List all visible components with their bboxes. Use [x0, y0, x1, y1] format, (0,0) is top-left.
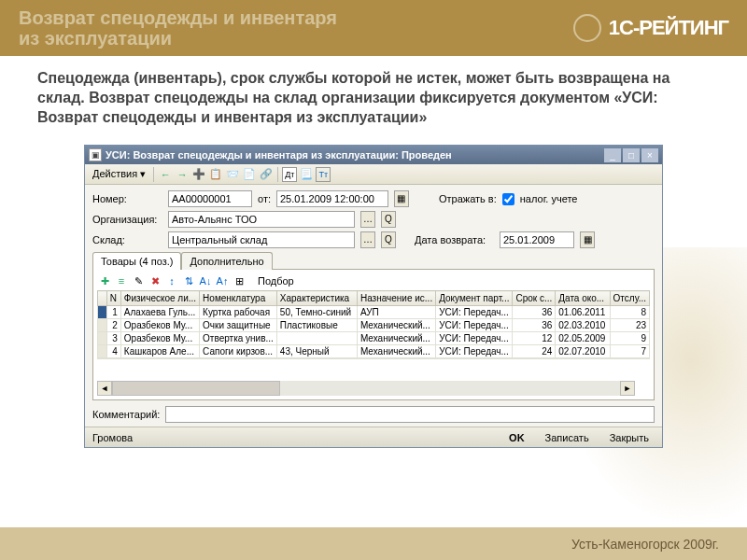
post-icon[interactable]: 📨 [225, 167, 240, 182]
window-close-icon[interactable]: × [641, 148, 658, 162]
sort-asc-icon[interactable]: A↓ [198, 273, 213, 288]
row-down-icon[interactable]: ⇅ [181, 273, 196, 288]
org-search-icon[interactable]: Q [381, 211, 396, 228]
warehouse-search-icon[interactable]: Q [381, 231, 396, 248]
copy-icon[interactable]: 📋 [208, 167, 223, 182]
footer-text: Усть-Каменогорск 2009г. [571, 537, 719, 552]
add-icon[interactable]: ➕ [191, 167, 206, 182]
org-select-icon[interactable]: … [360, 211, 375, 228]
date-label: от: [258, 193, 271, 204]
return-date-label: Дата возврата: [415, 234, 494, 245]
table-header[interactable]: Характеристика [276, 291, 357, 306]
warehouse-label: Склад: [92, 234, 162, 245]
window-titlebar: ▣ УСИ: Возврат спецодежды и инвентаря из… [85, 146, 662, 164]
scroll-thumb[interactable] [112, 381, 280, 396]
slide-title-line2: из эксплуатации [19, 28, 573, 49]
slide-description: Спецодежда (инвентарь), срок службы кото… [0, 56, 747, 140]
return-calendar-icon[interactable]: ▦ [580, 231, 595, 248]
close-button[interactable]: Закрыть [604, 430, 655, 445]
scroll-left-icon[interactable]: ◄ [97, 381, 112, 396]
table-row[interactable]: 4Кашкаров Але...Сапоги кирзов...43, Черн… [98, 345, 650, 358]
app-window: ▣ УСИ: Возврат спецодежды и инвентаря из… [84, 145, 663, 448]
number-label: Номер: [92, 193, 162, 204]
status-user: Громова [92, 432, 494, 443]
row-add-icon[interactable]: ✚ [97, 273, 112, 288]
date-input[interactable]: 25.01.2009 12:00:00 [276, 190, 388, 207]
row-delete-icon[interactable]: ✖ [148, 273, 162, 288]
comment-row: Комментарий: [85, 402, 662, 427]
tab-goods[interactable]: Товары (4 поз.) [92, 252, 181, 270]
actions-menu[interactable]: Действия ▾ [89, 166, 149, 182]
reflect-label: Отражать в: [439, 193, 497, 204]
row-marker[interactable] [98, 319, 107, 332]
org-label: Организация: [92, 214, 162, 225]
table-header[interactable]: Документ парт... [436, 291, 513, 306]
fill-icon[interactable]: ⊞ [232, 273, 247, 288]
table-row[interactable]: 3Оразбеков Му...Отвертка унив...Механиче… [98, 332, 650, 345]
logo-icon [573, 14, 601, 42]
logo: 1С-РЕЙТИНГ [573, 14, 728, 42]
window-title: УСИ: Возврат спецодежды и инвентаря из э… [106, 149, 604, 161]
print-icon[interactable]: 📃 [299, 167, 314, 182]
table-scroll-area: ◄ ► [97, 358, 650, 396]
tab-content: ✚ ≡ ✎ ✖ ↕ ⇅ A↓ A↑ ⊞ Подбор NФизическое л… [92, 269, 655, 400]
ok-button[interactable]: OK [503, 430, 530, 445]
table-header[interactable]: Отслу... [610, 291, 649, 306]
table-toolbar: ✚ ≡ ✎ ✖ ↕ ⇅ A↓ A↑ ⊞ Подбор [97, 273, 650, 288]
row-marker[interactable] [98, 345, 107, 358]
settings-icon[interactable]: Тт [316, 167, 331, 182]
nav-forward-icon[interactable]: → [175, 167, 190, 182]
link-icon[interactable]: 🔗 [259, 167, 274, 182]
slide-title-line1: Возврат спецодежды и инвентаря [19, 7, 573, 28]
slide-footer: Усть-Каменогорск 2009г. [0, 527, 747, 560]
reflect-checkbox-label: налог. учете [520, 193, 578, 204]
selection-button[interactable]: Подбор [254, 273, 298, 288]
window-maximize-icon[interactable]: □ [623, 148, 640, 162]
table-header[interactable]: N [106, 291, 120, 306]
report-icon[interactable]: Дт [282, 167, 297, 182]
comment-label: Комментарий: [92, 409, 160, 420]
row-marker[interactable] [98, 306, 107, 319]
nav-back-icon[interactable]: ← [158, 167, 173, 182]
slide-banner: Возврат спецодежды и инвентаря из эксплу… [0, 0, 747, 56]
statusbar: Громова OK Записать Закрыть [85, 427, 662, 447]
save-button[interactable]: Записать [540, 430, 595, 445]
document-icon[interactable]: 📄 [242, 167, 257, 182]
sort-desc-icon[interactable]: A↑ [215, 273, 230, 288]
window-minimize-icon[interactable]: _ [604, 148, 621, 162]
row-edit-icon[interactable]: ✎ [131, 273, 146, 288]
horizontal-scrollbar[interactable]: ◄ ► [97, 381, 635, 396]
table-row[interactable]: 2Оразбеков Му...Очки защитныеПластиковые… [98, 319, 650, 332]
org-input[interactable]: Авто-Альянс ТОО [168, 211, 355, 228]
table-header[interactable]: Срок с... [513, 291, 556, 306]
window-icon: ▣ [89, 148, 102, 161]
row-up-icon[interactable]: ↕ [164, 273, 179, 288]
warehouse-select-icon[interactable]: … [360, 231, 375, 248]
row-insert-icon[interactable]: ≡ [114, 273, 129, 288]
comment-input[interactable] [165, 406, 655, 423]
return-date-input[interactable]: 25.01.2009 [500, 231, 574, 248]
number-input[interactable]: АА00000001 [168, 190, 252, 207]
reflect-tax-checkbox[interactable] [502, 193, 514, 205]
table-header[interactable]: Назначение ис... [357, 291, 435, 306]
logo-text: 1С-РЕЙТИНГ [609, 17, 728, 39]
row-marker[interactable] [98, 332, 107, 345]
form-header: Номер: АА00000001 от: 25.01.2009 12:00:0… [85, 185, 662, 402]
table-header[interactable]: Физическое ли... [120, 291, 199, 306]
calendar-icon[interactable]: ▦ [394, 190, 409, 207]
tab-additional[interactable]: Дополнительно [181, 252, 272, 270]
goods-table: NФизическое ли...НоменклатураХарактерист… [97, 290, 650, 358]
toolbar: Действия ▾ ← → ➕ 📋 📨 📄 🔗 Дт 📃 Тт [85, 164, 662, 185]
slide-title: Возврат спецодежды и инвентаря из эксплу… [19, 7, 573, 49]
table-row[interactable]: 1Алахаева Гуль...Куртка рабочая50, Темно… [98, 306, 650, 319]
table-header[interactable]: Дата око... [556, 291, 610, 306]
scroll-right-icon[interactable]: ► [620, 381, 635, 396]
warehouse-input[interactable]: Центральный склад [168, 231, 355, 248]
table-header[interactable]: Номенклатура [200, 291, 277, 306]
